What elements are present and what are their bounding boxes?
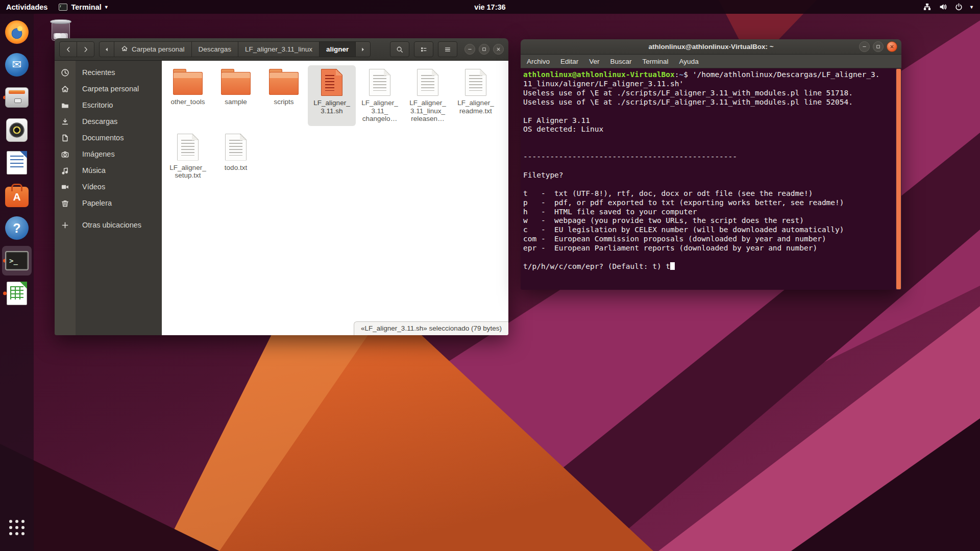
sidebar-item-musica[interactable]: Música [55,162,162,179]
breadcrumb-descargas[interactable]: Descargas [191,41,239,57]
terminal-line: athlonlinux@athlonlinux-VirtualBox:~$ '/… [523,70,879,89]
files-icon [5,87,29,108]
path-bar: Carpeta personalDescargasLF_aligner_3.11… [100,41,371,57]
breadcrumb-label: Carpeta personal [132,45,185,53]
dock-item-software[interactable]: A [2,181,32,210]
file-todo-txt[interactable]: todo.txt [212,130,260,183]
sidebar-item-videos[interactable]: Vídeos [55,179,162,195]
sidebar-item-descargas[interactable]: Descargas [55,113,162,130]
maximize-button[interactable] [479,44,489,55]
app-menu[interactable]: Terminal ▾ [59,3,107,11]
terminal-line [523,143,879,153]
terminal-line: Filetype? [523,171,879,180]
dock-item-thunderbird[interactable]: ✉ [2,50,32,80]
search-button[interactable] [390,41,409,57]
show-applications-button[interactable] [2,513,32,542]
close-button[interactable] [887,41,897,52]
sidebar-item-carpeta-personal[interactable]: Carpeta personal [55,81,162,97]
terminal-scrollbar[interactable] [896,68,901,290]
plus-icon [55,221,76,230]
file-lf-aligner-readme-txt[interactable]: LF_aligner_readme.txt [452,65,500,126]
terminal-titlebar[interactable]: athlonlinux@athlonlinux-VirtualBox: ~ [521,39,901,55]
dock-item-calc[interactable] [2,279,32,308]
show-applications-icon [9,520,24,535]
dock-item-writer[interactable] [2,148,32,178]
firefox-icon [5,20,29,44]
chevron-down-icon: ▾ [105,4,108,10]
desktop-trash-icon[interactable] [49,18,72,41]
dock: ✉A?>_ [0,14,34,551]
file-lf-aligner-3-11-linux-releasen[interactable]: LF_aligner_3.11_linux_releasen… [404,65,452,126]
dock-item-terminal[interactable]: >_ [2,246,32,276]
folder-icon [173,72,203,95]
network-icon [923,3,932,11]
file-other-tools[interactable]: other_tools [164,65,212,126]
menu-buscar[interactable]: Buscar [610,58,632,65]
sidebar-item-label: Imágenes [82,150,115,158]
path-scroll-left-button[interactable] [99,41,114,57]
back-button[interactable] [59,41,77,57]
dock-item-help[interactable]: ? [2,213,32,243]
breadcrumb-carpeta-personal[interactable]: Carpeta personal [114,41,192,57]
files-sidebar: RecientesCarpeta personalEscritorioDesca… [55,61,162,335]
terminal-line: t - txt (UTF-8!), rtf, doc, docx or odt … [523,189,879,198]
breadcrumb-label: aligner [326,45,349,53]
files-content-area[interactable]: other_toolssamplescriptsLF_aligner_3.11.… [162,61,508,335]
menu-ayuda[interactable]: Ayuda [679,58,699,65]
menu-button[interactable] [438,41,457,57]
file-lf-aligner-setup-txt[interactable]: LF_aligner_setup.txt [164,130,212,183]
folder-icon [221,72,251,95]
file-scripts[interactable]: scripts [260,65,308,126]
terminal-glyph: >_ [9,257,18,265]
menu-editar[interactable]: Editar [560,58,578,65]
sidebar-item-otras-ubicaciones[interactable]: Otras ubicaciones [55,217,162,233]
app-menu-label: Terminal [71,3,101,11]
forward-button[interactable] [77,41,94,57]
dock-item-firefox[interactable] [2,17,32,47]
sidebar-item-escritorio[interactable]: Escritorio [55,97,162,113]
terminal-window-title: athlonlinux@athlonlinux-VirtualBox: ~ [648,43,773,51]
path-scroll-right-button[interactable] [355,41,371,57]
terminal-cursor [670,262,675,270]
breadcrumb-aligner[interactable]: aligner [319,41,356,57]
maximize-button[interactable] [873,41,884,52]
text-file-icon [369,69,390,96]
breadcrumb-lf-aligner-3-11-linux[interactable]: LF_aligner_3.11_linux [238,41,320,57]
terminal-window: athlonlinux@athlonlinux-VirtualBox: ~ Ar… [521,39,901,290]
menu-terminal[interactable]: Terminal [643,58,669,65]
file-lf-aligner-3-11-sh[interactable]: LF_aligner_3.11.sh [308,65,356,126]
music-icon [55,166,76,175]
clock[interactable]: vie 17:36 [469,3,510,11]
minimize-button[interactable] [859,41,870,52]
sidebar-item-imagenes[interactable]: Imágenes [55,146,162,162]
folder-icon [55,101,76,110]
terminal-menubar: ArchivoEditarVerBuscarTerminalAyuda [521,55,901,68]
terminal-line: h - HTML file saved to your computer [523,208,879,217]
thunderbird-icon: ✉ [5,53,29,77]
sidebar-item-recientes[interactable]: Recientes [55,64,162,81]
folder-icon [269,72,299,95]
sidebar-item-papelera[interactable]: Papelera [55,195,162,211]
desktop: Actividades Terminal ▾ vie 17:36 ▾ ✉A?>_ [0,0,980,551]
file-lf-aligner-3-11-changelo[interactable]: LF_aligner_3.11_changelo… [356,65,404,126]
minimize-button[interactable] [464,44,475,55]
home-icon [121,45,128,54]
system-status-area[interactable]: ▾ [923,3,980,11]
close-button[interactable] [493,44,504,55]
terminal-line [523,162,879,171]
terminal-line [523,180,879,189]
terminal-body[interactable]: athlonlinux@athlonlinux-VirtualBox:~$ '/… [521,68,901,290]
file-sample[interactable]: sample [212,65,260,126]
script-file-icon [321,69,342,96]
menu-ver[interactable]: Ver [589,58,599,65]
activities-button[interactable]: Actividades [6,3,47,11]
view-toggle-button[interactable] [414,41,433,57]
scrollbar-thumb[interactable] [896,69,901,289]
dock-item-files[interactable] [2,83,32,112]
sidebar-item-documentos[interactable]: Documentos [55,130,162,146]
menu-archivo[interactable]: Archivo [527,58,550,65]
sidebar-item-label: Papelera [82,199,112,207]
terminal-line: com - European Commission proposals (dow… [523,235,879,244]
dock-item-rhythmbox[interactable] [2,115,32,145]
home-icon [55,85,76,93]
